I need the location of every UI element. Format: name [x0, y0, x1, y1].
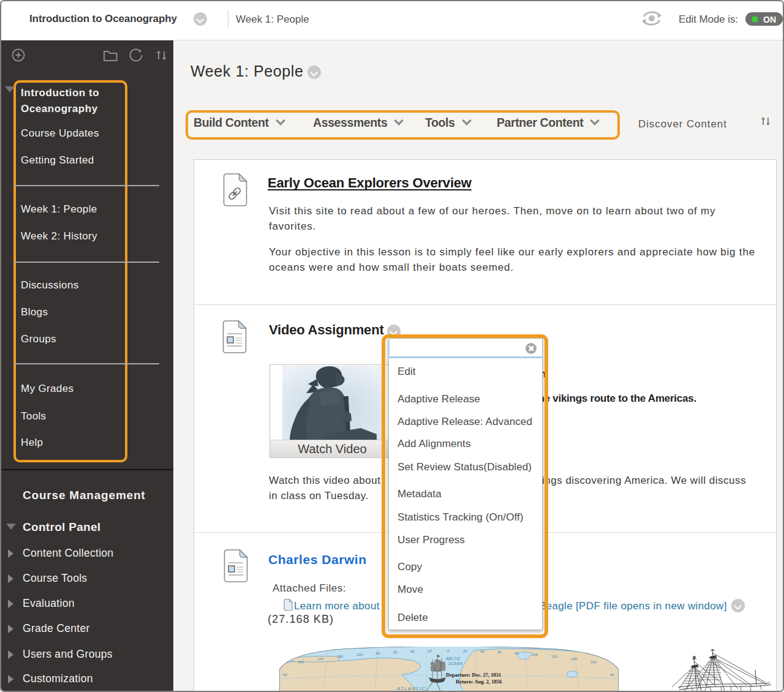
- svg-text:40: 40: [410, 650, 415, 653]
- svg-text:140: 140: [571, 657, 578, 661]
- svg-text:140: 140: [317, 657, 324, 661]
- svg-text:160: 160: [590, 660, 597, 664]
- svg-text:60: 60: [283, 673, 287, 677]
- svg-text:20: 20: [463, 649, 467, 653]
- svg-text:40: 40: [610, 673, 614, 677]
- svg-text:Return: Aug. 2, 1856: Return: Aug. 2, 1856: [456, 679, 502, 685]
- svg-text:Departure: Dec. 27, 1831: Departure: Dec. 27, 1831: [446, 672, 501, 678]
- svg-text:100: 100: [356, 653, 363, 656]
- svg-text:80: 80: [376, 652, 380, 655]
- svg-text:20: 20: [428, 649, 432, 653]
- svg-text:120: 120: [551, 655, 558, 658]
- svg-text:ARCTIC: ARCTIC: [445, 656, 461, 661]
- svg-text:OCEAN: OCEAN: [448, 661, 462, 666]
- svg-text:ATLANTIC: ATLANTIC: [396, 686, 426, 691]
- svg-text:160: 160: [298, 660, 304, 664]
- svg-text:60: 60: [393, 650, 398, 654]
- svg-text:100: 100: [532, 653, 538, 656]
- svg-text:80: 80: [514, 652, 519, 655]
- svg-text:60: 60: [497, 650, 502, 654]
- svg-text:120: 120: [337, 655, 344, 658]
- svg-text:40: 40: [480, 650, 484, 653]
